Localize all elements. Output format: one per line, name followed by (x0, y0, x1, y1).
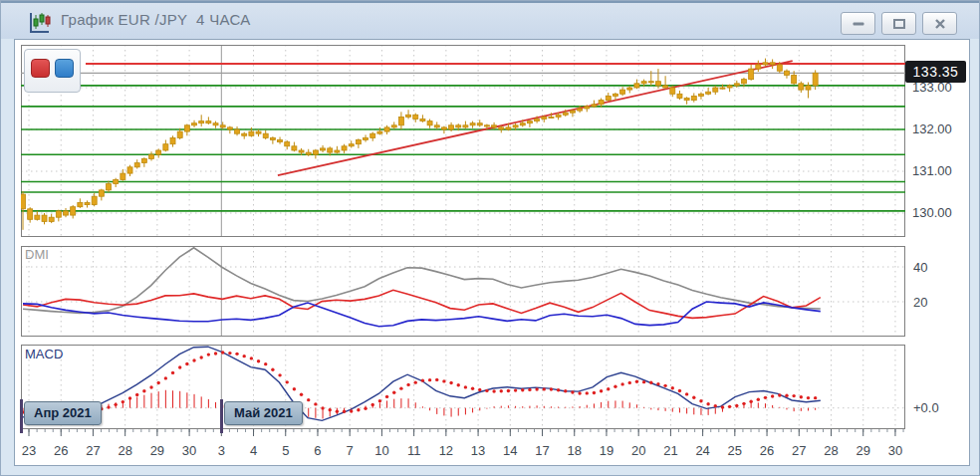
candle-body (114, 179, 119, 183)
time-axis-label: 5 (282, 443, 289, 458)
candle-body (520, 123, 525, 125)
candle-body (634, 84, 639, 88)
candle-body (641, 82, 646, 84)
candle-body (306, 152, 311, 154)
candle-body (127, 167, 132, 173)
time-axis-label: 19 (600, 443, 613, 458)
candle-body (663, 86, 668, 88)
dmi-indicator-panel[interactable] (21, 246, 906, 338)
candle-body (570, 111, 575, 113)
buy-button[interactable] (55, 59, 74, 78)
time-axis-label: 4 (250, 443, 257, 458)
candle-body (670, 88, 675, 94)
candle-body (270, 137, 275, 139)
candle-body (620, 90, 625, 94)
candle-body (199, 121, 204, 123)
candle-body (163, 144, 168, 150)
candle-body (177, 131, 182, 137)
sell-button[interactable] (31, 59, 50, 78)
time-axis-label: 6 (314, 443, 321, 458)
candle-body (406, 115, 411, 117)
candle-body (420, 119, 425, 121)
candle-body (427, 121, 432, 125)
candle-body (321, 148, 326, 150)
candle-body (627, 88, 632, 90)
time-axis-label: 12 (439, 443, 453, 458)
candle-body (107, 184, 112, 190)
candle-body (578, 109, 583, 111)
candle-body (449, 125, 454, 129)
time-axis-label: 13 (471, 443, 485, 458)
tick-marks (21, 429, 903, 436)
time-axis-label: 7 (347, 443, 354, 458)
candle-body (727, 86, 732, 88)
candle-body (563, 113, 568, 115)
candle-body (556, 115, 561, 117)
candle-body (806, 86, 811, 90)
price-chart-panel[interactable] (21, 45, 906, 238)
candle-body (585, 107, 590, 109)
candle-body (170, 137, 175, 143)
month-start-bar (220, 399, 223, 433)
candle-body (777, 65, 782, 71)
candle-body (292, 146, 297, 150)
candle-body (256, 131, 261, 133)
time-axis-label: 21 (663, 443, 677, 458)
candle-body (384, 127, 389, 131)
candle-body (184, 125, 189, 131)
candle-body (413, 115, 418, 119)
candle-body (335, 150, 340, 152)
candle-body (463, 125, 468, 127)
candle-body (784, 71, 789, 75)
candle-body (391, 125, 396, 127)
time-axis-ticks (21, 429, 906, 439)
macd-panel-title: MACD (25, 347, 63, 361)
month-label: Апр 2021 (24, 401, 102, 425)
time-axis-label: 18 (568, 443, 582, 458)
candle-body (606, 96, 611, 100)
price-axis-label: 132.00 (912, 121, 968, 136)
candle-body (506, 127, 511, 129)
time-axis-label: 29 (150, 443, 164, 458)
current-price-badge: 133.35 (905, 61, 966, 83)
candle-body (441, 127, 446, 129)
candle-body (677, 94, 682, 98)
candle-body (278, 140, 283, 142)
price-axis-label: 131.00 (912, 163, 968, 178)
candle-body (691, 96, 696, 100)
time-axis-label: 23 (22, 443, 36, 458)
time-axis-label: 17 (535, 443, 549, 458)
candle-body (370, 133, 375, 137)
candle-body (377, 131, 382, 133)
candle-body (92, 196, 97, 204)
time-axis-label: 11 (407, 443, 421, 458)
restore-button[interactable] (881, 12, 916, 35)
time-axis-label: 10 (374, 443, 388, 458)
candle-body (220, 125, 225, 127)
time-axis-label: 27 (86, 443, 100, 458)
candle-body (49, 217, 54, 221)
dmi-panel-title: DMI (25, 247, 49, 262)
candle-body (698, 94, 703, 96)
candle-body (356, 140, 361, 144)
candle-body (734, 84, 739, 86)
time-axis-label: 30 (888, 443, 902, 458)
title-bar[interactable]: График EUR /JPY 4 ЧАСА (1, 3, 979, 39)
close-button[interactable] (922, 12, 957, 35)
macd-indicator-panel[interactable] (21, 345, 906, 430)
time-axis-label: 27 (792, 443, 806, 458)
candle-body (456, 125, 461, 127)
candle-body (434, 125, 439, 127)
candle-body (813, 73, 818, 86)
candle-body (542, 117, 547, 119)
candle-body (756, 65, 761, 69)
time-axis-label: 24 (695, 443, 709, 458)
candle-body (28, 209, 33, 220)
candle-body (192, 123, 197, 125)
candle-body (71, 207, 76, 215)
candle-body (78, 203, 83, 207)
candle-body (149, 154, 154, 158)
candle-body (770, 63, 775, 65)
candle-body (35, 215, 40, 219)
minimize-button[interactable] (841, 12, 875, 35)
